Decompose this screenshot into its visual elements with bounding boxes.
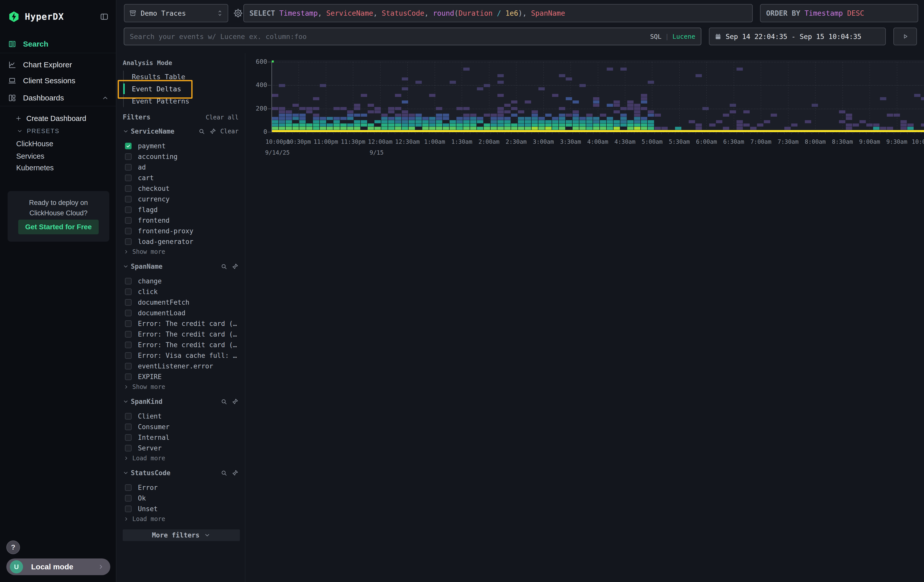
- search-icon[interactable]: [220, 263, 228, 270]
- checkbox-unchecked[interactable]: [125, 484, 132, 491]
- analysis-mode-option-results-table[interactable]: Results Table: [124, 71, 239, 83]
- create-dashboard-button[interactable]: Create Dashboard: [0, 112, 116, 125]
- sidebar-item-chart-explorer[interactable]: Chart Explorer: [0, 58, 116, 72]
- get-started-button[interactable]: Get Started for Free: [18, 220, 99, 234]
- checkbox-unchecked[interactable]: [125, 310, 132, 316]
- filter-option-ok[interactable]: Ok: [123, 493, 239, 504]
- filter-option-frontend[interactable]: frontend: [123, 215, 239, 226]
- checkbox-unchecked[interactable]: [125, 331, 132, 338]
- checkbox-unchecked[interactable]: [125, 238, 132, 245]
- filter-option-click[interactable]: click: [123, 287, 239, 297]
- checkbox-unchecked[interactable]: [125, 341, 132, 348]
- pin-icon[interactable]: [231, 469, 239, 476]
- sidebar-collapse-icon[interactable]: [100, 12, 109, 21]
- order-by-input[interactable]: ORDER BY Timestamp DESC: [760, 4, 918, 22]
- show-more-button[interactable]: Show more: [123, 247, 239, 256]
- date-range-picker[interactable]: Sep 14 22:04:35 - Sep 15 10:04:35: [709, 28, 886, 45]
- filter-option-ad[interactable]: ad: [123, 162, 239, 173]
- checkbox-unchecked[interactable]: [125, 506, 132, 512]
- help-button[interactable]: ?: [6, 541, 20, 554]
- checkbox-unchecked[interactable]: [125, 153, 132, 160]
- checkbox-unchecked[interactable]: [125, 299, 132, 306]
- search-input[interactable]: [130, 33, 650, 41]
- filter-option-error-the-credit-card[interactable]: Error: The credit card (…: [123, 340, 239, 350]
- filter-option-error-the-credit-card[interactable]: Error: The credit card (…: [123, 329, 239, 340]
- sidebar-item-client-sessions[interactable]: Client Sessions: [0, 73, 116, 88]
- checkbox-unchecked[interactable]: [125, 217, 132, 224]
- analysis-mode-option-event-patterns[interactable]: Event Patterns: [124, 95, 239, 107]
- checkbox-unchecked[interactable]: [125, 289, 132, 295]
- filter-option-client[interactable]: Client: [123, 411, 239, 422]
- filter-option-cart[interactable]: cart: [123, 173, 239, 183]
- checkbox-unchecked[interactable]: [125, 363, 132, 369]
- filter-option-consumer[interactable]: Consumer: [123, 422, 239, 432]
- checkbox-unchecked[interactable]: [125, 278, 132, 284]
- checkbox-unchecked[interactable]: [125, 424, 132, 430]
- chevron-right-icon[interactable]: [124, 516, 129, 521]
- checkbox-unchecked[interactable]: [125, 185, 132, 192]
- load-more-button[interactable]: Load more: [123, 515, 239, 523]
- filter-option-currency[interactable]: currency: [123, 194, 239, 204]
- filter-option-flagd[interactable]: flagd: [123, 204, 239, 215]
- search-icon[interactable]: [220, 398, 228, 405]
- chevron-down-icon[interactable]: [123, 399, 129, 405]
- pin-icon[interactable]: [231, 398, 239, 405]
- chevron-down-icon[interactable]: [123, 264, 129, 269]
- filter-option-expire[interactable]: EXPIRE: [123, 371, 239, 382]
- filter-option-error-the-credit-card[interactable]: Error: The credit card (…: [123, 318, 239, 329]
- filter-option-change[interactable]: change: [123, 276, 239, 287]
- run-query-button[interactable]: [893, 28, 917, 45]
- checkbox-unchecked[interactable]: [125, 434, 132, 441]
- show-more-button[interactable]: Show more: [123, 383, 239, 391]
- filter-option-frontend-proxy[interactable]: frontend-proxy: [123, 226, 239, 236]
- checkbox-unchecked[interactable]: [125, 175, 132, 181]
- sidebar-item-search[interactable]: Search: [0, 37, 116, 51]
- filter-option-unset[interactable]: Unset: [123, 504, 239, 514]
- user-menu-pill[interactable]: U Local mode: [6, 559, 110, 575]
- sidebar-item-dashboards[interactable]: Dashboards: [0, 91, 116, 105]
- sql-toggle[interactable]: SQL: [650, 33, 662, 40]
- filter-option-eventlistener-error[interactable]: eventListener.error: [123, 361, 239, 371]
- filter-option-payment[interactable]: payment: [123, 141, 239, 151]
- checkbox-unchecked[interactable]: [125, 374, 132, 380]
- filter-option-accounting[interactable]: accounting: [123, 151, 239, 162]
- search-icon[interactable]: [220, 469, 228, 476]
- sidebar-item-clickhouse[interactable]: ClickHouse: [0, 138, 116, 150]
- chevron-right-icon[interactable]: [124, 456, 129, 461]
- chevron-right-icon[interactable]: [124, 384, 129, 389]
- chevron-down-icon[interactable]: [123, 128, 129, 134]
- filter-option-load-generator[interactable]: load-generator: [123, 236, 239, 247]
- chevron-down-icon[interactable]: [123, 470, 129, 476]
- load-more-button[interactable]: Load more: [123, 454, 239, 463]
- pin-icon[interactable]: [231, 263, 239, 270]
- pin-icon[interactable]: [209, 128, 216, 135]
- checkbox-unchecked[interactable]: [125, 413, 132, 420]
- search-icon[interactable]: [198, 128, 205, 135]
- clear-all-button[interactable]: Clear all: [206, 114, 239, 121]
- checkbox-unchecked[interactable]: [125, 206, 132, 213]
- source-settings-button[interactable]: [233, 8, 243, 18]
- analysis-mode-option-event-deltas[interactable]: Event Deltas: [124, 83, 239, 95]
- checkbox-unchecked[interactable]: [125, 320, 132, 327]
- filter-option-server[interactable]: Server: [123, 443, 239, 453]
- chevron-right-icon[interactable]: [124, 249, 129, 254]
- heatmap-canvas[interactable]: [271, 60, 924, 136]
- select-clause-input[interactable]: SELECT Timestamp, ServiceName, StatusCod…: [243, 4, 753, 22]
- filter-option-documentfetch[interactable]: documentFetch: [123, 297, 239, 308]
- filter-option-documentload[interactable]: documentLoad: [123, 308, 239, 318]
- checkbox-checked[interactable]: [125, 143, 132, 149]
- filter-option-error-visa-cache-full[interactable]: Error: Visa cache full: …: [123, 350, 239, 361]
- sidebar-item-services[interactable]: Services: [0, 150, 116, 162]
- checkbox-unchecked[interactable]: [125, 164, 132, 171]
- checkbox-unchecked[interactable]: [125, 228, 132, 234]
- checkbox-unchecked[interactable]: [125, 196, 132, 203]
- presets-toggle[interactable]: PRESETS: [0, 125, 116, 137]
- filter-option-error[interactable]: Error: [123, 482, 239, 493]
- checkbox-unchecked[interactable]: [125, 445, 132, 452]
- filter-option-internal[interactable]: Internal: [123, 432, 239, 443]
- sidebar-item-kubernetes[interactable]: Kubernetes: [0, 162, 116, 173]
- checkbox-unchecked[interactable]: [125, 495, 132, 501]
- source-select[interactable]: Demo Traces: [124, 4, 228, 22]
- more-filters-button[interactable]: More filters: [123, 529, 240, 541]
- checkbox-unchecked[interactable]: [125, 352, 132, 359]
